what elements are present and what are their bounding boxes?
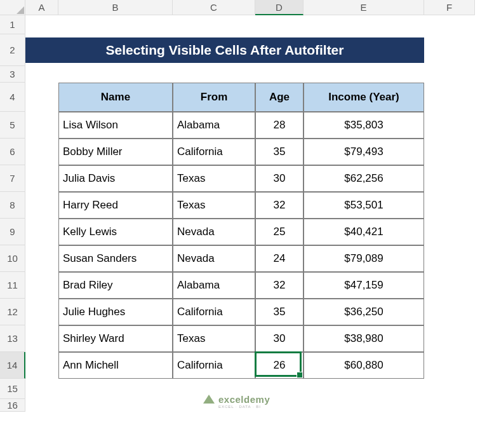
cell-empty[interactable] [25,272,58,299]
cell-empty[interactable] [25,112,58,139]
cell-from[interactable]: Alabama [173,112,255,139]
th-name[interactable]: Name [58,83,173,112]
cell-empty[interactable] [424,299,475,325]
cell-empty[interactable] [424,34,475,66]
row-header-15[interactable]: 15 [0,379,25,399]
cell-empty[interactable] [424,272,475,299]
row-header-8[interactable]: 8 [0,192,25,219]
watermark: exceldemy EXCEL · DATA · BI [203,394,270,409]
cell-age[interactable]: 24 [255,245,304,272]
th-from[interactable]: From [173,83,255,112]
title-band: Selecting Visible Cells After Autofilter [25,37,424,63]
cell-income[interactable]: $40,421 [304,219,424,245]
row-header-2[interactable]: 2 [0,34,25,66]
row-header-1[interactable]: 1 [0,15,25,34]
row-header-9[interactable]: 9 [0,219,25,245]
cell-age[interactable]: 28 [255,112,304,139]
watermark-tag: EXCEL · DATA · BI [218,405,270,409]
cell-empty[interactable] [25,352,58,379]
select-all-corner[interactable] [0,0,25,15]
cell-empty[interactable] [25,66,475,83]
cell-age[interactable]: 35 [255,139,304,165]
cell-empty[interactable] [424,165,475,192]
cell-empty[interactable] [25,139,58,165]
cell-empty[interactable] [424,139,475,165]
cell-age[interactable]: 32 [255,192,304,219]
row-header-7[interactable]: 7 [0,165,25,192]
cell-name[interactable]: Susan Sanders [58,245,173,272]
cell-name[interactable]: Shirley Ward [58,325,173,352]
cell-empty[interactable] [424,325,475,352]
cell-name[interactable]: Brad Riley [58,272,173,299]
cell-name[interactable]: Harry Reed [58,192,173,219]
cell-empty[interactable] [25,299,58,325]
watermark-icon [203,396,215,407]
cell-income[interactable]: $79,493 [304,139,424,165]
cell-from[interactable]: Alabama [173,272,255,299]
col-header-c[interactable]: C [173,0,255,15]
cell-from[interactable]: Nevada [173,245,255,272]
cell-from[interactable]: Texas [173,325,255,352]
col-header-a[interactable]: A [25,0,58,15]
row-header-4[interactable]: 4 [0,83,25,112]
cell-name[interactable]: Lisa Wilson [58,112,173,139]
cell-age[interactable]: 25 [255,219,304,245]
cell-age-active[interactable]: 26 [255,352,304,379]
cell-empty[interactable] [25,245,58,272]
cell-empty[interactable] [424,245,475,272]
cell-age[interactable]: 32 [255,272,304,299]
cell-from[interactable]: Texas [173,192,255,219]
col-header-b[interactable]: B [58,0,173,15]
cell-name[interactable]: Kelly Lewis [58,219,173,245]
cell-income[interactable]: $53,501 [304,192,424,219]
row-header-16[interactable]: 16 [0,399,25,412]
th-age[interactable]: Age [255,83,304,112]
cell-empty[interactable] [424,192,475,219]
cell-empty[interactable] [424,352,475,379]
cell-name[interactable]: Ann Michell [58,352,173,379]
cell-income[interactable]: $35,803 [304,112,424,139]
cell-income[interactable]: $79,089 [304,245,424,272]
cell-income[interactable]: $62,256 [304,165,424,192]
cell-empty[interactable] [25,325,58,352]
cell-from[interactable]: Texas [173,165,255,192]
cell-from[interactable]: Nevada [173,219,255,245]
cell-income[interactable]: $38,980 [304,325,424,352]
row-header-14[interactable]: 14 [0,352,25,379]
row-header-5[interactable]: 5 [0,112,25,139]
cell-empty[interactable] [25,165,58,192]
row-header-12[interactable]: 12 [0,299,25,325]
cell-income[interactable]: $36,250 [304,299,424,325]
col-header-e[interactable]: E [304,0,424,15]
cell-empty[interactable] [424,83,475,112]
cell-empty[interactable] [25,219,58,245]
row-header-13[interactable]: 13 [0,325,25,352]
cell-age[interactable]: 30 [255,165,304,192]
row-header-6[interactable]: 6 [0,139,25,165]
cell-income[interactable]: $47,159 [304,272,424,299]
cell-age[interactable]: 30 [255,325,304,352]
cell-name[interactable]: Julie Hughes [58,299,173,325]
cell-income[interactable]: $60,880 [304,352,424,379]
cell-empty[interactable] [25,192,58,219]
cell-from[interactable]: California [173,352,255,379]
th-income[interactable]: Income (Year) [304,83,424,112]
cell-empty[interactable] [25,15,475,34]
cell-name[interactable]: Julia Davis [58,165,173,192]
cell-empty[interactable] [25,83,58,112]
cell-age[interactable]: 35 [255,299,304,325]
cell-name[interactable]: Bobby Miller [58,139,173,165]
row-header-3[interactable]: 3 [0,66,25,83]
row-header-11[interactable]: 11 [0,272,25,299]
col-header-f[interactable]: F [424,0,475,15]
cell-from[interactable]: California [173,299,255,325]
cell-empty[interactable] [424,219,475,245]
cell-empty[interactable] [424,112,475,139]
cell-from[interactable]: California [173,139,255,165]
row-header-10[interactable]: 10 [0,245,25,272]
watermark-name: exceldemy [218,394,270,405]
col-header-d[interactable]: D [255,0,304,15]
